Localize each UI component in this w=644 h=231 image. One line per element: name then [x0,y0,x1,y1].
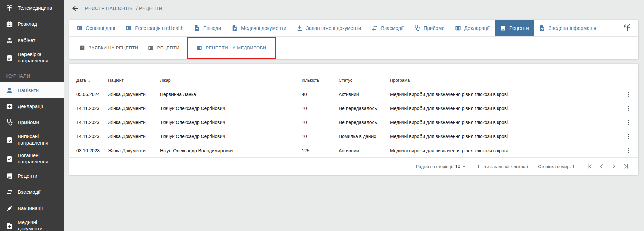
sidebar-item-redeemed-referrals[interactable]: Погашені направлення [0,149,64,168]
tab-uploaded-documents[interactable]: Завантажені документи [291,20,366,36]
sidebar-item-schedule[interactable]: Розклад [0,16,64,32]
sort-descending-icon[interactable]: ↓ [88,78,90,83]
sidebar-item-referral-check[interactable]: Перевірка направлення [0,48,64,67]
sidebar-item-vaccinations[interactable]: Вакцинації [0,200,64,216]
tab-prescriptions[interactable]: Рецепти [495,20,534,36]
subtab-medical-device-prescriptions[interactable]: РЕЦЕПТИ НА МЕДВИРОБИ [191,45,271,51]
row-actions-button[interactable] [624,89,634,99]
column-label: Дата [76,78,86,83]
card-plus-icon [148,45,154,51]
cell-doctor: Ткачук Олександр Сергійович [160,120,302,125]
tab-episodes[interactable]: Епізоди [189,20,226,36]
calendar-icon [6,20,13,28]
broadcast-antenna-icon[interactable] [623,24,632,33]
download-icon [296,25,303,32]
cell-quantity: 40 [302,92,339,97]
row-actions-button[interactable] [624,131,634,141]
cell-status: Активний [339,148,390,153]
sidebar-item-label: Виписані направлення [18,133,61,146]
tab-appointments[interactable]: Прийоми [409,20,450,36]
tab-label: Рецепти [509,25,529,31]
chevron-right-icon [610,163,617,170]
doc-plus-icon [231,25,238,32]
column-header-quantity[interactable]: Кількість [302,78,339,83]
tab-medical-documents[interactable]: Медичні документи [226,20,291,36]
table-row[interactable]: 14.11.2023 Жінка Документи Ткачук Олекса… [69,129,638,143]
id-card-icon [76,25,83,32]
sidebar-item-prescriptions[interactable]: Рецепти [0,168,64,184]
table-row[interactable]: 14.11.2023 Жінка Документи Ткачук Олекса… [69,115,638,129]
cell-status: Не передавалось [339,120,390,125]
row-actions-button[interactable] [624,117,634,127]
previous-page-button[interactable] [597,161,607,171]
column-header-doctor[interactable]: Лікар [160,78,302,83]
sidebar-section-journals: ЖУРНАЛИ [0,69,64,82]
sidebar-item-telemedicine[interactable]: Телемедицина [0,0,64,16]
sidebar-item-medical-documents[interactable]: Медичні документи [0,216,64,231]
tab-ehealth-registration[interactable]: Реєстрація в eHealth [120,20,188,36]
table-row[interactable]: 05.06.2024 Жінка Документи Первинна Ланк… [69,87,638,101]
rows-per-page-label: Рядків на сторінці: [416,164,453,169]
kebab-menu-icon [625,105,632,112]
cell-date: 14.11.2023 [76,120,108,125]
column-label: Статус [339,78,352,83]
kebab-menu-icon [625,119,632,126]
cell-patient: Жінка Документи [108,134,160,139]
last-page-button[interactable] [621,161,631,171]
sidebar-item-issued-referrals[interactable]: Виписані направлення [0,130,64,149]
cell-doctor: Первинна Ланка [160,92,302,97]
table-row[interactable]: 14.11.2023 Жінка Документи Ткачук Олекса… [69,101,638,115]
sidebar-item-label: Кабінет [18,37,35,44]
row-actions-button[interactable] [624,103,634,113]
cell-quantity: 10 [302,134,339,139]
tab-label: Взаємодії [381,25,403,31]
tab-declarations[interactable]: Декларації [450,20,495,36]
subtab-prescriptions[interactable]: РЕЦЕПТИ [143,45,184,51]
sidebar-item-interactions[interactable]: Взаємодії [0,184,64,200]
swap-arrows-icon [371,25,378,32]
tab-interactions[interactable]: Взаємодії [366,20,408,36]
rows-per-page-value: 10 [455,164,460,169]
cell-program: Медичні вироби для визначення рівня глюк… [390,106,615,111]
rows-per-page-select[interactable]: 10 [455,163,467,169]
breadcrumb-current: / РЕЦЕПТИ [136,6,162,11]
card-plus-icon [455,25,461,32]
sidebar-item-declarations[interactable]: Декларації [0,98,64,114]
doc-plus-icon [194,25,200,32]
sidebar-item-label: Розклад [18,21,37,27]
table-header-row: Дата ↓ Пацієнт Лікар Кількість Статус Пр… [69,74,638,87]
cell-patient: Жінка Документи [108,92,160,97]
receipt-icon [500,25,506,32]
sidebar-item-label: Вакцинації [18,205,43,212]
column-header-status[interactable]: Статус [339,78,390,83]
sidebar-item-cabinet[interactable]: Кабінет [0,32,64,48]
row-actions-button[interactable] [624,146,634,156]
doctor-icon [6,37,13,44]
chevron-down-icon [461,163,467,169]
table-row[interactable]: 03.10.2023 Жінка Документи Нікул Олексан… [69,143,638,158]
stethoscope-icon [6,119,13,126]
cell-doctor: Ткачук Олександр Сергійович [160,134,302,139]
first-page-icon [586,163,593,170]
column-header-date[interactable]: Дата ↓ [76,78,108,83]
sidebar: Телемедицина Розклад Кабінет Перевірка н… [0,0,64,231]
first-page-button[interactable] [585,161,595,171]
last-page-icon [622,163,630,170]
next-page-button[interactable] [609,161,619,171]
column-header-patient[interactable]: Пацієнт [108,78,160,83]
pager-controls [585,161,631,171]
sidebar-item-appointments[interactable]: Прийоми [0,114,64,130]
column-header-program[interactable]: Програма [390,78,615,83]
sidebar-item-label: Телемедицина [18,5,52,11]
cell-status: Активний [339,92,390,97]
cell-quantity: 10 [302,106,339,111]
breadcrumb-link[interactable]: РЕЄСТР ПАЦІЄНТІВ [85,6,133,11]
back-arrow-icon[interactable] [71,4,79,12]
cell-status: Не передавалось [339,106,390,111]
column-label: Пацієнт [108,78,124,83]
tab-main-data[interactable]: Основні дані [71,20,120,36]
sidebar-item-patients[interactable]: Пацієнти [0,82,64,98]
tab-summary-info[interactable]: Зведена інформація [534,20,601,36]
subtab-prescription-requests[interactable]: ЗАЯВКИ НА РЕЦЕПТИ [74,45,143,51]
cell-patient: Жінка Документи [108,106,160,111]
